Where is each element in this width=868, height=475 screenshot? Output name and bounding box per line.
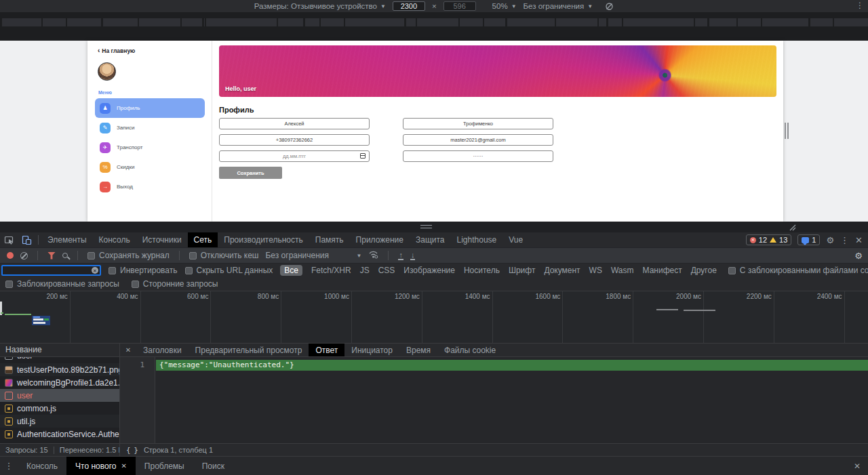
more-tools-icon[interactable]: ⋮ — [0, 461, 18, 471]
viewport-width-input[interactable] — [393, 1, 425, 11]
clear-filter-icon[interactable]: ✕ — [92, 267, 98, 274]
close-drawer-icon[interactable]: ✕ — [854, 461, 868, 471]
network-request-row[interactable]: welcomingBgProfile1.da2e1... — [0, 376, 119, 389]
detail-tab[interactable]: Время — [399, 344, 437, 356]
devtools-tab[interactable]: Lighthouse — [451, 232, 503, 247]
drawer-tab[interactable]: Проблемы✕ — [136, 457, 193, 475]
calendar-icon[interactable] — [360, 153, 366, 159]
detail-tab[interactable]: Инициатор — [344, 344, 399, 356]
network-conditions-icon[interactable] — [368, 250, 378, 261]
request-type-pill[interactable]: Носитель — [464, 266, 500, 275]
settings-gear-icon[interactable]: ⚙ — [826, 235, 834, 245]
devtools-tab[interactable]: Приложение — [350, 232, 410, 247]
save-button[interactable]: Сохранить — [219, 167, 282, 179]
close-detail-icon[interactable]: ✕ — [120, 346, 136, 354]
request-type-pill[interactable]: Документ — [544, 266, 580, 275]
request-type-pill[interactable]: Fetch/XHR — [311, 266, 351, 275]
response-body-line[interactable]: {"message":"Unauthenticated."} — [156, 360, 868, 371]
devtools-tab[interactable]: Элементы — [41, 232, 93, 247]
devtools-tab[interactable]: Источники — [136, 232, 188, 247]
disable-cache-checkbox[interactable]: Отключить кеш — [189, 251, 259, 260]
filter-icon[interactable] — [47, 252, 56, 260]
network-settings-gear-icon[interactable]: ⚙ — [854, 251, 863, 261]
request-type-pill[interactable]: Другое — [691, 266, 717, 275]
back-home-link[interactable]: ‹ На главную — [98, 47, 135, 54]
device-type-select[interactable]: Размеры: Отзывчивое устройство ▼ — [254, 2, 386, 10]
issues-badge[interactable]: 1 — [797, 234, 820, 245]
devtools-tab[interactable]: Производительность — [218, 232, 309, 247]
devtools-tab[interactable]: Защита — [410, 232, 451, 247]
blocked-cookies-checkbox[interactable]: С заблокированными файлами cookie — [728, 266, 868, 275]
invert-filter-checkbox[interactable]: Инвертировать — [108, 266, 178, 275]
request-type-pill[interactable]: Wasm — [611, 266, 634, 275]
more-options-icon[interactable]: ⋮ — [840, 235, 849, 245]
birthdate-input[interactable] — [219, 150, 370, 162]
viewport-height-input[interactable] — [443, 1, 476, 11]
hide-data-urls-checkbox[interactable]: Скрыть URL данных — [185, 266, 273, 275]
record-network-log-icon[interactable] — [7, 252, 14, 259]
clear-network-log-icon[interactable] — [20, 252, 28, 260]
detail-tab[interactable]: Файлы cookie — [437, 344, 502, 356]
preserve-log-checkbox[interactable]: Сохранять журнал — [87, 251, 170, 260]
requests-name-column-header[interactable]: Название — [0, 344, 119, 357]
checkbox-icon — [5, 281, 13, 288]
devtools-tab[interactable]: Консоль — [93, 232, 136, 247]
detail-tab[interactable]: Предварительный просмотр — [189, 344, 309, 356]
network-throttling-select[interactable]: Без ограничения ▼ — [265, 251, 361, 260]
export-har-icon[interactable]: ↓ — [410, 251, 416, 260]
resize-corner-icon[interactable] — [789, 224, 796, 233]
network-request-row[interactable]: user — [0, 357, 119, 363]
response-editor[interactable]: 1 {"message":"Unauthenticated."} — [120, 357, 868, 443]
drawer-tab[interactable]: Что нового✕ — [66, 457, 136, 475]
devtools-tab[interactable]: Сеть — [188, 232, 218, 247]
request-type-pill[interactable]: WS — [589, 266, 602, 275]
drag-handle-icon[interactable] — [420, 225, 432, 228]
import-har-icon[interactable]: ↑ — [398, 251, 403, 260]
sidebar-menu-item[interactable]: ✎ Записи — [95, 118, 205, 138]
search-icon[interactable] — [62, 253, 68, 258]
inspect-element-icon[interactable] — [0, 235, 18, 245]
devtools-splitter[interactable] — [0, 222, 868, 232]
network-request-row[interactable]: user — [0, 389, 119, 402]
detail-tab[interactable]: Ответ — [309, 344, 344, 356]
sidebar-menu-item[interactable]: ♟ Профиль — [95, 98, 205, 118]
timeline-request-bar — [33, 322, 45, 324]
third-party-requests-checkbox[interactable]: Сторонние запросы — [132, 279, 218, 289]
password-input[interactable] — [403, 150, 553, 162]
network-request-row[interactable]: common.js — [0, 402, 119, 415]
request-type-pill[interactable]: Изображение — [403, 266, 455, 275]
network-overview-timeline[interactable]: 200 мс 400 мс 600 мс 800 мс 1000 мс 1200… — [0, 291, 868, 344]
request-type-pill[interactable]: Манифест — [643, 266, 682, 275]
drawer-tab[interactable]: Поиск✕ — [193, 457, 233, 475]
phone-input[interactable] — [219, 134, 370, 146]
drawer-tab[interactable]: Консоль✕ — [18, 457, 66, 475]
sidebar-menu-item[interactable]: → Выход — [95, 177, 205, 197]
network-request-row[interactable]: AuthenticationService.Authe... — [0, 428, 119, 440]
email-input[interactable] — [403, 134, 553, 146]
zoom-select[interactable]: 50% ▼ — [492, 2, 517, 10]
close-devtools-icon[interactable]: ✕ — [855, 235, 863, 245]
sidebar-menu-item[interactable]: % Скидки — [95, 157, 205, 177]
request-type-pill[interactable]: Все — [280, 265, 302, 276]
more-options-icon[interactable]: ⋮ — [856, 1, 864, 10]
errors-warnings-badge[interactable]: ✕ 12 13 — [746, 234, 792, 245]
last-name-input[interactable] — [403, 118, 553, 129]
filter-input[interactable] — [1, 265, 101, 276]
network-request-row[interactable]: testUserPhoto.89b22b71.png — [0, 363, 119, 376]
detail-tab[interactable]: Заголовки — [136, 344, 189, 356]
pretty-print-icon[interactable]: { } — [126, 446, 138, 455]
request-type-pill[interactable]: JS — [360, 266, 370, 275]
request-type-pill[interactable]: Шрифт — [509, 266, 535, 275]
network-request-row[interactable]: util.js — [0, 415, 119, 428]
checkbox-icon — [108, 267, 116, 274]
request-type-pill[interactable]: CSS — [378, 266, 395, 275]
hero-greeting: Hello, user — [225, 85, 256, 92]
toggle-device-toolbar-icon[interactable] — [18, 235, 35, 245]
throttling-select[interactable]: Без ограничения ▼ — [524, 2, 593, 10]
blocked-requests-checkbox[interactable]: Заблокированные запросы — [5, 279, 119, 289]
devtools-tab[interactable]: Vue — [502, 232, 529, 247]
page-scrollbar-thumb[interactable] — [785, 123, 789, 139]
first-name-input[interactable] — [219, 118, 370, 129]
sidebar-menu-item[interactable]: ✈ Транспорт — [95, 138, 205, 157]
devtools-tab[interactable]: Память — [309, 232, 350, 247]
